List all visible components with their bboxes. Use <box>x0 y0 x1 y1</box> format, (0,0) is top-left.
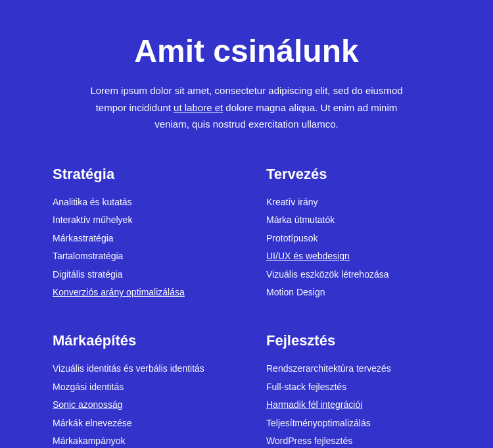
list-item: Analitika és kutatás <box>53 196 227 209</box>
list-item: Márkastratégia <box>53 232 227 245</box>
list-item: Prototípusok <box>266 232 440 245</box>
list-item: Márka útmutatók <box>266 214 440 227</box>
list-item: Mozgási identitás <box>53 381 227 394</box>
list-item: Vizuális identitás és verbális identitás <box>53 362 227 376</box>
list-item: Rendszerarchitektúra tervezés <box>266 362 440 376</box>
page-wrapper: Amit csinálunk Lorem ipsum dolor sit ame… <box>0 0 493 448</box>
section-list-tervezes: Kreatív irányMárka útmutatókPrototípusok… <box>266 196 440 300</box>
list-item: Tartalomstratégia <box>53 250 227 263</box>
section-list-markaepites: Vizuális identitás és verbális identitás… <box>53 362 227 448</box>
list-item: Digitális stratégia <box>53 268 227 282</box>
list-item: Kreatív irány <box>266 196 440 209</box>
list-item: Vizuális eszközök létrehozása <box>266 268 440 282</box>
section-title-markaepites: Márkaépítés <box>53 332 227 349</box>
section-fejlesztes: FejlesztésRendszerarchitektúra tervezésF… <box>266 332 440 448</box>
list-item: WordPress fejlesztés <box>266 435 440 448</box>
page-title: Amit csinálunk <box>53 33 440 69</box>
section-title-tervezes: Tervezés <box>266 166 440 183</box>
section-list-strategia: Analitika és kutatásInteraktív műhelyekM… <box>53 196 227 300</box>
section-title-fejlesztes: Fejlesztés <box>266 332 440 349</box>
list-item[interactable]: Konverziós arány optimalizálása <box>53 286 227 299</box>
list-item: Interaktív műhelyek <box>53 214 227 227</box>
list-item[interactable]: Sonic azonosság <box>53 399 227 412</box>
section-title-strategia: Stratégia <box>53 166 227 183</box>
list-item: Motion Design <box>266 286 440 299</box>
list-item: Márkák elnevezése <box>53 417 227 430</box>
intro-text: Lorem ipsum dolor sit amet, consectetur … <box>89 82 404 133</box>
list-item: Full-stack fejlesztés <box>266 381 440 394</box>
content-grid: StratégiaAnalitika és kutatásInteraktív … <box>53 166 440 449</box>
list-item: Teljesítményoptimalizálás <box>266 417 440 430</box>
section-markaepites: MárkaépítésVizuális identitás és verbáli… <box>53 332 227 448</box>
section-list-fejlesztes: Rendszerarchitektúra tervezésFull-stack … <box>266 362 440 448</box>
list-item: Márkakampányok <box>53 435 227 448</box>
list-item[interactable]: Harmadik fél integrációi <box>266 399 440 412</box>
section-tervezes: TervezésKreatív irányMárka útmutatókProt… <box>266 166 440 300</box>
list-item[interactable]: UI/UX és webdesign <box>266 250 440 263</box>
section-strategia: StratégiaAnalitika és kutatásInteraktív … <box>53 166 227 300</box>
header-section: Amit csinálunk Lorem ipsum dolor sit ame… <box>53 33 440 133</box>
